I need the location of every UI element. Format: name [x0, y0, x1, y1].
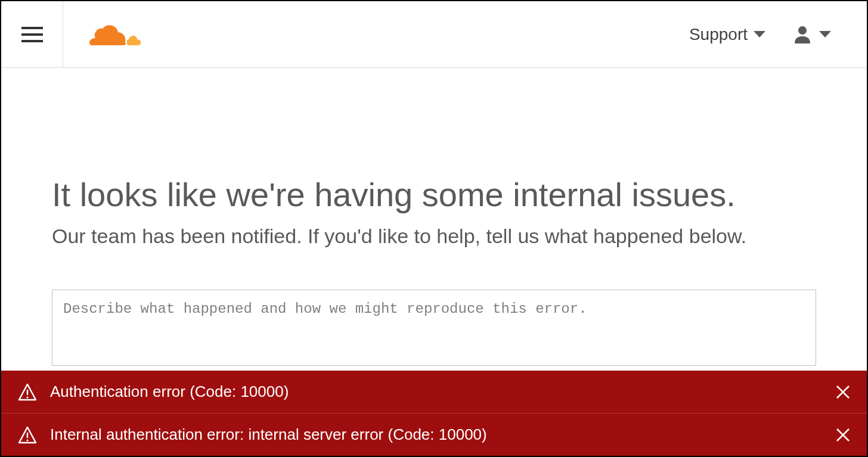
svg-point-5 — [26, 396, 28, 398]
cloudflare-logo-icon — [85, 21, 142, 48]
alert-banner: Authentication error (Code: 10000) — [1, 371, 867, 414]
error-title: It looks like we're having some internal… — [52, 175, 816, 214]
alert-close-button[interactable] — [836, 385, 850, 399]
svg-point-3 — [798, 26, 807, 35]
user-menu-dropdown[interactable] — [794, 26, 831, 43]
header: Support — [1, 1, 867, 68]
support-label: Support — [689, 25, 748, 44]
header-right: Support — [689, 25, 855, 44]
alert-banner: Internal authentication error: internal … — [1, 414, 867, 456]
support-dropdown[interactable]: Support — [689, 25, 765, 44]
error-description-textarea[interactable] — [52, 290, 816, 366]
error-subtitle: Our team has been notified. If you'd lik… — [52, 225, 816, 248]
alert-message: Internal authentication error: internal … — [50, 425, 836, 444]
warning-triangle-icon — [18, 426, 37, 444]
alert-stack: Authentication error (Code: 10000) Inter… — [1, 371, 867, 456]
hamburger-menu-button[interactable] — [1, 1, 63, 68]
main-content: It looks like we're having some internal… — [1, 68, 867, 368]
alert-close-button[interactable] — [836, 428, 850, 442]
close-icon — [836, 428, 850, 442]
close-icon — [836, 385, 850, 399]
caret-down-icon — [754, 31, 765, 38]
caret-down-icon — [819, 31, 831, 38]
warning-triangle-icon — [18, 383, 37, 401]
user-icon — [794, 26, 811, 43]
svg-point-9 — [26, 439, 28, 441]
logo[interactable] — [63, 21, 689, 48]
hamburger-icon — [21, 26, 43, 43]
alert-message: Authentication error (Code: 10000) — [50, 383, 836, 401]
